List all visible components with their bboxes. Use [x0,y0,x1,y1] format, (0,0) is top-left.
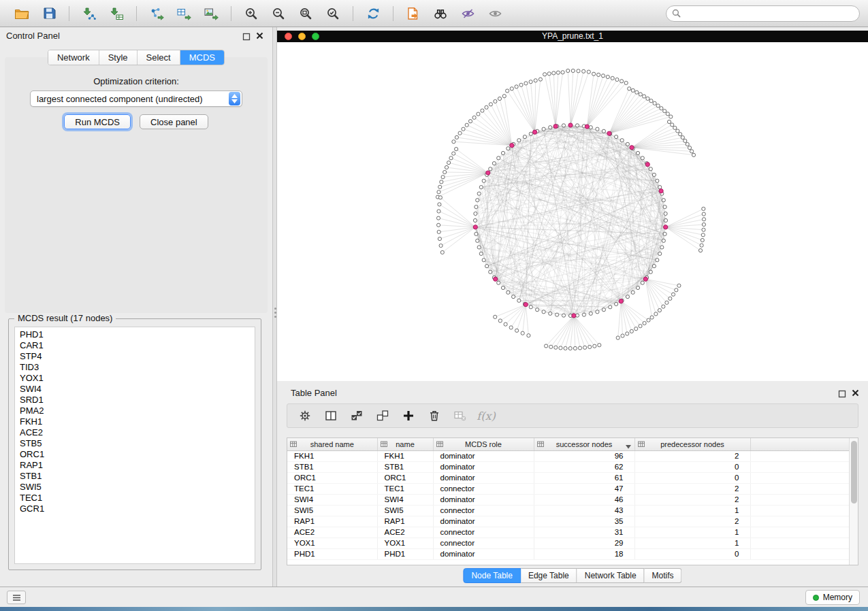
table-cell[interactable]: connector [433,538,534,548]
table-cell[interactable]: dominator [433,516,534,527]
column-header-name[interactable]: name [377,438,433,450]
delete-column-button[interactable] [423,406,445,425]
float-table-panel-button[interactable] [838,389,846,397]
column-header-successor-nodes[interactable]: successor nodes [534,438,634,450]
table-cell[interactable]: 1 [634,527,750,538]
table-cell[interactable]: ACE2 [287,527,377,538]
memory-button[interactable]: Memory [805,590,860,605]
table-settings-button[interactable] [294,406,316,425]
mcds-result-item[interactable]: SWI5 [15,482,255,493]
table-cell[interactable]: TEC1 [377,483,433,494]
table-cell[interactable]: 47 [534,483,634,494]
table-row[interactable]: PHD1PHD1dominator180 [287,548,852,559]
table-cell[interactable]: 0 [634,461,750,472]
table-cell[interactable]: 1 [634,538,750,548]
mcds-result-item[interactable]: CAR1 [15,340,255,351]
mcds-result-item[interactable]: RAP1 [15,460,255,471]
open-file-button[interactable] [8,3,35,24]
export-image-button[interactable] [197,3,225,24]
table-cell[interactable]: SWI5 [377,505,433,516]
mcds-result-item[interactable]: TID3 [15,362,255,373]
table-cell[interactable]: 0 [634,548,750,559]
table-cell[interactable]: SWI5 [287,505,377,516]
table-cell[interactable]: 62 [534,461,634,472]
deselect-all-columns-button[interactable] [372,406,393,425]
close-panel-button-mcds[interactable]: Close panel [140,114,208,129]
table-cell[interactable]: STB1 [377,461,433,472]
mcds-result-list[interactable]: PHD1CAR1STP4TID3YOX1SWI4SRD1PMA2FKH1ACE2… [14,327,255,564]
select-all-columns-button[interactable] [346,406,368,425]
table-cell[interactable]: YOX1 [377,538,433,548]
table-cell[interactable]: SWI4 [377,494,433,505]
table-cell[interactable]: 29 [534,538,634,548]
column-header-mcds-role[interactable]: MCDS role [433,438,534,450]
table-cell[interactable]: ACE2 [377,527,433,538]
function-builder-button[interactable]: f(x) [475,406,497,425]
close-panel-button[interactable] [255,31,264,39]
table-cell[interactable]: dominator [433,450,534,461]
float-panel-button[interactable] [242,31,251,39]
mcds-result-item[interactable]: ACE2 [15,427,255,438]
table-row[interactable]: RAP1RAP1dominator352 [287,516,852,527]
table-row[interactable]: TEC1TEC1connector472 [287,483,852,494]
save-button[interactable] [35,3,63,24]
table-cell[interactable]: PHD1 [377,548,433,559]
table-cell[interactable]: dominator [433,494,534,505]
mcds-result-item[interactable]: STB1 [15,471,255,482]
zoom-out-button[interactable] [265,3,292,24]
mcds-result-item[interactable]: PMA2 [15,406,255,416]
table-cell[interactable]: 1 [634,505,750,516]
panel-menu-button[interactable] [7,591,26,604]
tab-mcds[interactable]: MCDS [180,50,224,65]
table-cell[interactable]: RAP1 [377,516,433,527]
mcds-result-item[interactable]: YOX1 [15,373,255,384]
criterion-select[interactable]: largest connected component (undirected) [30,90,242,107]
table-cell[interactable]: PHD1 [287,548,377,559]
table-scrollbar[interactable] [849,438,858,565]
table-cell[interactable]: 2 [634,450,750,461]
table-cell[interactable]: 31 [534,527,634,538]
refresh-button[interactable] [359,3,387,24]
table-cell[interactable]: STB1 [287,461,377,472]
tab-network-table[interactable]: Network Table [577,568,645,583]
column-header-shared-name[interactable]: shared name [287,438,377,450]
table-row[interactable]: SWI5SWI5connector431 [287,505,852,516]
vertical-splitter[interactable] [272,27,277,587]
table-cell[interactable]: SWI4 [287,494,377,505]
table-scrollbar-thumb[interactable] [851,441,857,503]
tab-select[interactable]: Select [138,50,180,65]
tab-motifs[interactable]: Motifs [645,568,682,583]
table-row[interactable]: STB1STB1dominator620 [287,461,852,472]
export-table-button[interactable] [170,3,197,24]
table-row[interactable]: YOX1YOX1connector291 [287,538,852,548]
mcds-result-item[interactable]: TEC1 [15,493,255,503]
mcds-result-item[interactable]: GCR1 [15,503,255,514]
table-cell[interactable]: FKH1 [377,450,433,461]
search-field[interactable] [666,5,860,22]
mcds-result-item[interactable]: SRD1 [15,395,255,406]
table-cell[interactable]: dominator [433,472,534,483]
table-cell[interactable]: YOX1 [287,538,377,548]
table-cell[interactable]: connector [433,527,534,538]
table-cell[interactable]: ORC1 [377,472,433,483]
close-table-panel-button[interactable] [851,388,860,397]
table-cell[interactable]: 2 [634,516,750,527]
show-details-button[interactable] [481,3,509,24]
table-cell[interactable]: 2 [634,483,750,494]
table-cell[interactable]: TEC1 [287,483,377,494]
table-cell[interactable]: 2 [634,494,750,505]
tab-style[interactable]: Style [99,50,138,65]
table-cell[interactable]: 0 [634,472,750,483]
new-network-button[interactable] [143,3,170,24]
tab-network[interactable]: Network [48,50,99,65]
import-network-button[interactable] [76,3,103,24]
delete-table-button[interactable] [449,406,471,425]
network-canvas[interactable] [277,42,868,381]
create-column-button[interactable] [398,406,419,425]
zoom-in-button[interactable] [238,3,265,24]
zoom-fit-button[interactable] [292,3,319,24]
mcds-result-item[interactable]: FKH1 [15,416,255,427]
table-cell[interactable]: ORC1 [287,472,377,483]
mcds-result-item[interactable]: PHD1 [15,329,255,340]
table-cell[interactable]: 96 [534,450,634,461]
